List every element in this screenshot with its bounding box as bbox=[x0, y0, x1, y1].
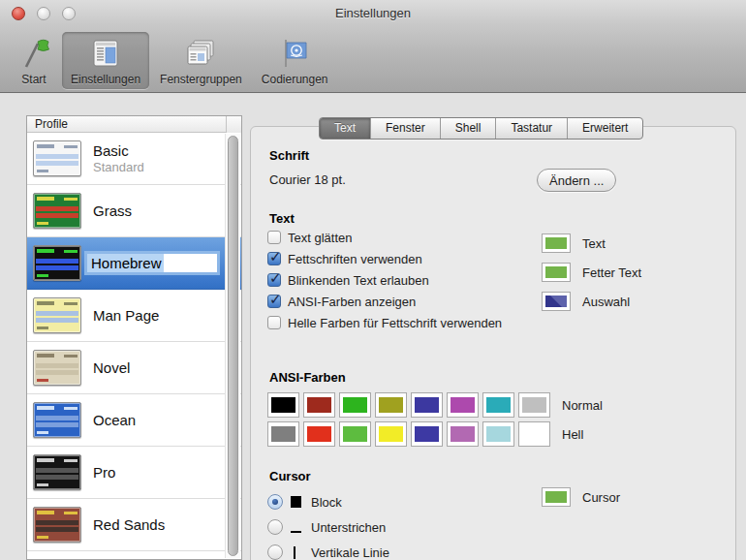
ansi-color-well[interactable] bbox=[303, 392, 335, 418]
checkbox[interactable] bbox=[267, 295, 281, 308]
profile-thumbnail bbox=[33, 454, 81, 490]
toolbar-item-start[interactable]: Start bbox=[8, 32, 60, 89]
profile-text: Pro bbox=[93, 464, 115, 481]
profile-list-header-label: Profile bbox=[35, 117, 68, 131]
profile-thumbnail bbox=[33, 193, 81, 229]
ansi-color-well[interactable] bbox=[482, 421, 514, 447]
profile-row-ocean[interactable]: Ocean bbox=[27, 394, 241, 447]
ansi-color-swatch bbox=[486, 426, 511, 442]
ansi-color-well[interactable] bbox=[518, 421, 550, 447]
tab-content-panel: Schrift Courier 18 pt. Ändern ... Text T… bbox=[250, 126, 736, 560]
ansi-color-well[interactable] bbox=[411, 392, 443, 418]
underline-cursor-icon bbox=[291, 519, 304, 535]
toolbar-item-label: Fenstergruppen bbox=[160, 73, 242, 86]
ansi-color-well[interactable] bbox=[267, 421, 299, 447]
tab-shell[interactable]: Shell bbox=[440, 118, 496, 139]
profile-row-pro[interactable]: Pro bbox=[27, 447, 241, 499]
ansi-color-swatch bbox=[343, 426, 367, 442]
tab-text[interactable]: Text bbox=[320, 118, 370, 139]
ansi-color-swatch bbox=[343, 397, 367, 413]
ansi-color-well[interactable] bbox=[411, 421, 443, 447]
toolbar-item-fenstergruppen[interactable]: Fenstergruppen bbox=[151, 32, 251, 89]
color-well[interactable] bbox=[542, 292, 571, 311]
profile-scrollbar-thumb[interactable] bbox=[228, 136, 238, 556]
profile-row-red-sands[interactable]: Red Sands bbox=[27, 499, 241, 551]
ansi-color-well[interactable] bbox=[375, 421, 407, 447]
checkbox-row: Helle Farben für Fettschrift verwenden bbox=[267, 314, 502, 331]
color-well-row: Text bbox=[542, 233, 606, 253]
checkbox[interactable] bbox=[267, 252, 281, 265]
color-well-label: Auswahl bbox=[582, 295, 630, 309]
tab-erweitert[interactable]: Erweitert bbox=[567, 118, 642, 139]
profile-row-homebrew[interactable]: Homebrew bbox=[27, 237, 241, 290]
cursor-option-label: Vertikale Linie bbox=[311, 545, 389, 560]
checkbox-row: ANSI-Farben anzeigen bbox=[267, 293, 416, 310]
profile-name-input[interactable]: Homebrew bbox=[87, 254, 217, 272]
block-cursor-icon bbox=[291, 494, 304, 510]
cursor-color-well[interactable] bbox=[542, 487, 571, 507]
ansi-color-row-normal: Normal bbox=[267, 392, 603, 418]
ansi-color-well[interactable] bbox=[339, 421, 371, 447]
ansi-color-swatch bbox=[415, 397, 439, 413]
toolbar-item-einstellungen[interactable]: Einstellungen bbox=[62, 32, 149, 89]
radio-button[interactable] bbox=[267, 494, 283, 510]
checkbox[interactable] bbox=[267, 273, 281, 287]
ansi-color-well[interactable] bbox=[303, 421, 335, 447]
ansi-color-well[interactable] bbox=[267, 392, 299, 418]
cursor-option-row: Vertikale Linie bbox=[267, 544, 389, 560]
window-chrome: Einstellungen StartEinstellungenFensterg… bbox=[0, 0, 746, 93]
settings-window-icon bbox=[88, 36, 123, 71]
profile-scrollbar-track[interactable] bbox=[225, 134, 240, 558]
font-value: Courier 18 pt. bbox=[269, 172, 346, 187]
profile-name: Basic bbox=[93, 142, 144, 159]
checkbox-label: Fettschriften verwenden bbox=[288, 252, 422, 266]
ansi-color-swatch bbox=[271, 397, 295, 413]
ansi-color-swatch bbox=[379, 397, 403, 413]
cursor-option-row: Unterstrichen bbox=[267, 518, 386, 536]
text-section-header: Text bbox=[269, 211, 295, 226]
ansi-row-label: Normal bbox=[562, 398, 603, 413]
font-section-header: Schrift bbox=[269, 148, 309, 163]
color-well[interactable] bbox=[542, 233, 571, 253]
start-flag-icon bbox=[16, 36, 51, 71]
profile-row-grass[interactable]: Grass bbox=[27, 185, 241, 237]
toolbar-item-label: Einstellungen bbox=[71, 73, 140, 86]
ansi-color-swatch bbox=[307, 426, 331, 442]
window-group-icon bbox=[183, 36, 218, 71]
color-well-label: Text bbox=[582, 236, 606, 251]
ansi-color-well[interactable] bbox=[375, 392, 407, 418]
ansi-color-swatch bbox=[486, 397, 511, 413]
change-font-button[interactable]: Ändern ... bbox=[537, 169, 616, 192]
profile-name: Pro bbox=[93, 464, 115, 481]
profile-list-header: Profile bbox=[27, 116, 241, 133]
profile-row-basic[interactable]: BasicStandard bbox=[27, 133, 241, 185]
cursor-color-row: Cursor bbox=[542, 487, 620, 507]
color-well[interactable] bbox=[542, 263, 571, 282]
radio-button[interactable] bbox=[267, 519, 283, 535]
cursor-option-label: Unterstrichen bbox=[311, 520, 386, 535]
checkbox-label: Helle Farben für Fettschrift verwenden bbox=[288, 316, 502, 330]
profile-text: Grass bbox=[93, 202, 132, 219]
profile-row-novel[interactable]: Novel bbox=[27, 342, 241, 394]
tab-fenster[interactable]: Fenster bbox=[370, 118, 440, 139]
checkbox[interactable] bbox=[267, 316, 281, 329]
checkbox[interactable] bbox=[267, 231, 281, 244]
vertical-line-cursor-icon bbox=[291, 544, 304, 560]
profile-list: BasicStandardGrassHomebrewMan PageNovelO… bbox=[27, 133, 241, 559]
ansi-color-well[interactable] bbox=[518, 392, 550, 418]
profile-list-panel: Profile BasicStandardGrassHomebrewMan Pa… bbox=[26, 115, 242, 560]
toolbar-item-codierungen[interactable]: Codierungen bbox=[253, 32, 337, 89]
tab-tastatur[interactable]: Tastatur bbox=[495, 118, 567, 139]
radio-button[interactable] bbox=[267, 544, 283, 560]
ansi-color-well[interactable] bbox=[482, 392, 514, 418]
toolbar-item-label: Codierungen bbox=[262, 73, 328, 86]
ansi-color-well[interactable] bbox=[447, 392, 479, 418]
profile-row-man-page[interactable]: Man Page bbox=[27, 290, 241, 342]
ansi-color-well[interactable] bbox=[339, 392, 371, 418]
profile-name: Grass bbox=[93, 202, 132, 219]
checkbox-label: Text glätten bbox=[288, 231, 353, 245]
profile-text: Red Sands bbox=[93, 516, 165, 533]
color-swatch bbox=[545, 266, 567, 278]
ansi-color-swatch bbox=[522, 426, 546, 442]
ansi-color-well[interactable] bbox=[447, 421, 479, 447]
